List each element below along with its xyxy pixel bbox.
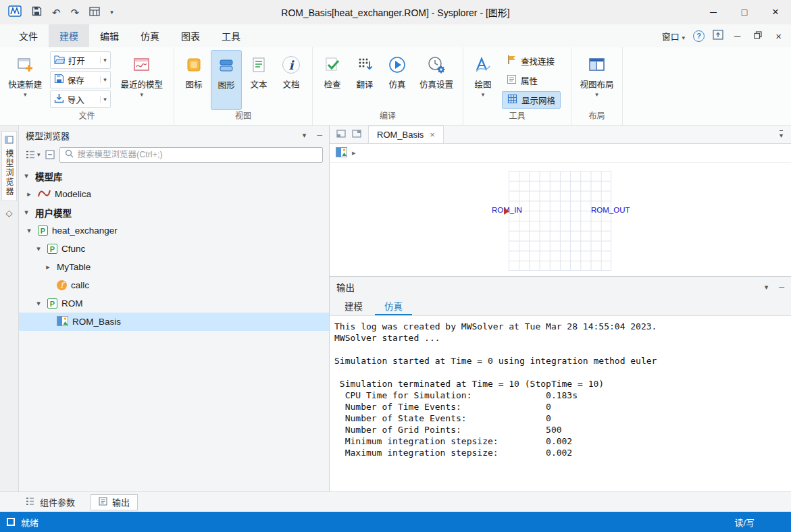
menu-chart[interactable]: 图表	[170, 24, 211, 47]
dropdown-arrow-icon[interactable]: ▾	[100, 76, 107, 83]
view-layout-button[interactable]: 视图布局 ▾	[576, 50, 618, 110]
mdi-minimize-button[interactable]: ─	[732, 31, 743, 41]
bottom-tabbar: 组件参数 输出	[0, 491, 791, 512]
menu-edit[interactable]: 编辑	[89, 24, 130, 47]
editor-area: ROM_Basis × ▾ ▸ ROM_IN ROM_OUT 输出 ▾	[330, 126, 791, 491]
tree-item-rom-basis[interactable]: ROM_Basis	[19, 313, 329, 331]
mdi-close-button[interactable]: ×	[773, 30, 784, 42]
output-panel: 输出 ▾ ─ 建模 仿真 This log was created by MWS…	[330, 277, 791, 491]
diagram-view-button[interactable]: 图形	[211, 50, 242, 110]
quick-new-icon	[16, 53, 34, 76]
model-browser-header: 模型浏览器 ▾ ─	[19, 126, 329, 144]
ribbon-group-layout: 视图布局 ▾ 布局	[571, 47, 623, 125]
dropdown-arrow-icon[interactable]: ▾	[100, 96, 107, 103]
panel-minimize-icon[interactable]: ─	[317, 131, 322, 140]
model-diagram-icon	[57, 316, 68, 328]
chevron-down-icon[interactable]: ▾	[24, 226, 34, 235]
chevron-right-icon[interactable]: ▸	[24, 190, 34, 198]
new-window-icon[interactable]	[352, 130, 361, 140]
translate-button[interactable]: 翻译	[349, 50, 380, 110]
open-button[interactable]: 打开 ▾	[50, 51, 111, 69]
save-button[interactable]: 保存 ▾	[50, 71, 111, 88]
breadcrumb-arrow-icon[interactable]: ▸	[352, 149, 356, 157]
output-tab-modeling[interactable]: 建模	[335, 297, 372, 315]
tree-section-model-library[interactable]: ▾ 模型库	[19, 167, 329, 185]
tree-item-mytable[interactable]: ▸ MyTable	[19, 258, 329, 276]
quick-new-button[interactable]: 快速新建 ▾	[4, 50, 47, 110]
output-tab-simulation[interactable]: 仿真	[375, 297, 412, 315]
import-button[interactable]: 导入 ▾	[50, 90, 111, 108]
package-icon: P	[38, 225, 48, 236]
text-view-button[interactable]: 文本	[243, 50, 274, 110]
panel-menu-icon[interactable]: ▾	[765, 283, 769, 292]
tab-close-icon[interactable]: ×	[430, 130, 435, 140]
tree-item-heat-exchanger[interactable]: ▾ P heat_exchanger	[19, 221, 329, 240]
window-maximize-button[interactable]: □	[729, 0, 760, 24]
titlebar: ↶ ↷ ▾ ROM_Basis[heat_exchanger.ROM] - Sy…	[0, 0, 791, 24]
breadcrumb-bar: ▸	[330, 144, 791, 163]
show-grid-button[interactable]: 显示网格	[502, 91, 561, 109]
tab-list-button[interactable]: ▾	[771, 126, 791, 143]
chevron-right-icon[interactable]: ▸	[43, 263, 53, 271]
undo-icon[interactable]: ↶	[52, 7, 61, 18]
save-file-icon	[54, 74, 64, 86]
customize-toolbar-icon[interactable]	[89, 7, 100, 18]
plot-button[interactable]: 绘图 ▾	[467, 50, 499, 110]
dropdown-arrow-icon: ▾	[141, 92, 144, 98]
window-close-button[interactable]: ×	[760, 0, 791, 24]
menu-file[interactable]: 文件	[8, 24, 49, 47]
panel-menu-icon[interactable]: ▾	[303, 131, 307, 140]
model-tree: ▾ 模型库 ▸ Modelica ▾ 用户模型 ▾ P heat_exchang…	[19, 165, 329, 491]
tab-rom-basis[interactable]: ROM_Basis ×	[368, 126, 444, 143]
chevron-down-icon[interactable]: ▾	[34, 299, 43, 308]
check-button[interactable]: 检查	[317, 50, 348, 110]
menu-modeling[interactable]: 建模	[49, 24, 89, 47]
panel-minimize-icon[interactable]: ─	[779, 283, 784, 292]
search-input[interactable]	[78, 150, 317, 159]
dropdown-arrow-icon: ▾	[37, 152, 41, 158]
bookmark-icon[interactable]: ◇	[6, 208, 13, 218]
tree-item-rom[interactable]: ▾ P ROM	[19, 294, 329, 313]
ribbon-group-label: 工具	[463, 110, 571, 125]
dropdown-arrow-icon[interactable]: ▾	[100, 57, 107, 63]
chevron-down-icon[interactable]: ▾	[34, 244, 43, 253]
expand-ribbon-icon[interactable]	[713, 30, 723, 42]
mdi-restore-button[interactable]	[751, 31, 765, 41]
tree-item-callc[interactable]: f callc	[19, 276, 329, 294]
window-menu[interactable]: 窗口 ▾	[662, 30, 685, 43]
document-view-icon: i	[282, 53, 300, 76]
tree-item-cfunc[interactable]: ▾ P Cfunc	[19, 240, 329, 258]
menu-simulation[interactable]: 仿真	[130, 24, 170, 47]
recent-models-button[interactable]: 最近的模型 ▾	[114, 50, 170, 110]
menu-tools[interactable]: 工具	[211, 24, 251, 47]
save-icon[interactable]	[32, 6, 42, 18]
chevron-down-icon[interactable]: ▾	[22, 208, 31, 217]
chevron-down-icon[interactable]: ▾	[22, 171, 31, 180]
find-connection-button[interactable]: 查找连接	[502, 52, 561, 70]
bottom-tab-component-parameters[interactable]: 组件参数	[18, 494, 82, 510]
float-window-icon[interactable]	[336, 130, 346, 140]
toolbar-dropdown-icon[interactable]: ▾	[110, 9, 113, 16]
tree-filter-button[interactable]: ▾	[25, 150, 41, 159]
ribbon-group-label: 文件	[0, 110, 174, 125]
ribbon-group-label: 视图	[174, 110, 312, 125]
readwrite-status: 读/写	[734, 516, 784, 529]
log-area[interactable]: This log was created by MWSolver at Tue …	[330, 316, 791, 491]
tree-section-user-models[interactable]: ▾ 用户模型	[19, 203, 329, 221]
collapse-all-button[interactable]	[45, 150, 55, 159]
port-connector-icon[interactable]	[504, 208, 509, 215]
document-view-button[interactable]: i 文档	[276, 50, 307, 110]
window-minimize-button[interactable]: ─	[698, 0, 729, 24]
simulation-settings-button[interactable]: 仿真设置	[414, 50, 459, 110]
diagram-canvas[interactable]: ROM_IN ROM_OUT	[330, 163, 791, 277]
bottom-tab-output[interactable]: 输出	[91, 494, 138, 510]
simulate-button[interactable]: 仿真	[382, 50, 413, 110]
redo-icon[interactable]: ↷	[71, 7, 80, 18]
sidebar-tab-model-browser[interactable]: 模型浏览器	[1, 131, 17, 201]
current-model-icon[interactable]	[336, 147, 347, 159]
tree-item-modelica[interactable]: ▸ Modelica	[19, 185, 329, 203]
port-label-rom-out[interactable]: ROM_OUT	[591, 206, 630, 214]
help-icon[interactable]: ?	[693, 30, 705, 42]
properties-button[interactable]: 属性	[502, 72, 561, 89]
icon-view-button[interactable]: 图标	[178, 50, 209, 110]
